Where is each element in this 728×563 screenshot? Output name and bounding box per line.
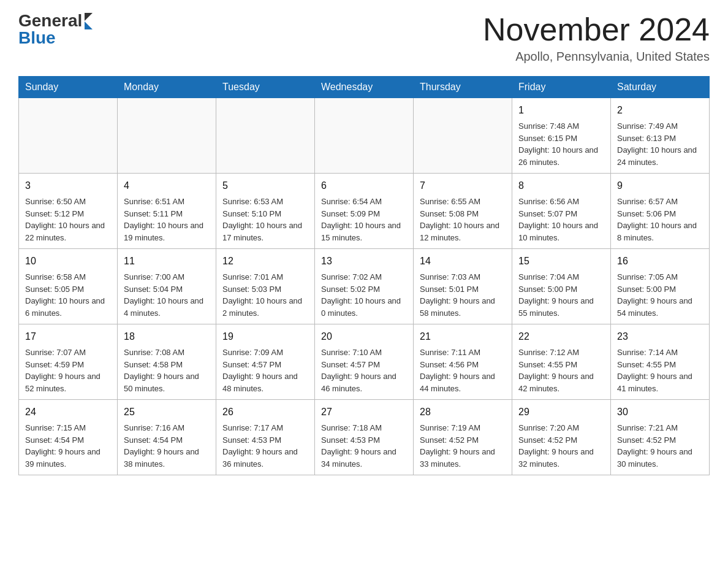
calendar-week-row: 10Sunrise: 6:58 AM Sunset: 5:05 PM Dayli… [19,249,710,324]
day-info: Sunrise: 7:15 AM Sunset: 4:54 PM Dayligh… [25,423,100,469]
calendar-cell: 12Sunrise: 7:01 AM Sunset: 5:03 PM Dayli… [216,249,315,324]
day-info: Sunrise: 6:57 AM Sunset: 5:06 PM Dayligh… [617,197,697,242]
day-info: Sunrise: 7:21 AM Sunset: 4:52 PM Dayligh… [617,423,692,469]
calendar-cell: 15Sunrise: 7:04 AM Sunset: 5:00 PM Dayli… [512,249,611,324]
calendar-cell: 24Sunrise: 7:15 AM Sunset: 4:54 PM Dayli… [19,400,118,475]
day-info: Sunrise: 7:11 AM Sunset: 4:56 PM Dayligh… [420,348,495,393]
location-text: Apollo, Pennsylvania, United States [483,50,710,64]
calendar-table: SundayMondayTuesdayWednesdayThursdayFrid… [18,76,710,475]
day-number: 12 [222,254,308,269]
calendar-week-row: 3Sunrise: 6:50 AM Sunset: 5:12 PM Daylig… [19,174,710,249]
day-info: Sunrise: 7:08 AM Sunset: 4:58 PM Dayligh… [124,348,199,393]
day-info: Sunrise: 6:56 AM Sunset: 5:07 PM Dayligh… [518,197,598,242]
day-info: Sunrise: 7:07 AM Sunset: 4:59 PM Dayligh… [25,348,100,393]
day-number: 2 [617,103,703,118]
day-info: Sunrise: 6:55 AM Sunset: 5:08 PM Dayligh… [420,197,499,242]
calendar-cell: 3Sunrise: 6:50 AM Sunset: 5:12 PM Daylig… [19,174,118,249]
day-number: 8 [518,178,604,193]
day-number: 7 [420,178,506,193]
day-info: Sunrise: 7:19 AM Sunset: 4:52 PM Dayligh… [420,423,495,469]
calendar-cell: 17Sunrise: 7:07 AM Sunset: 4:59 PM Dayli… [19,324,118,400]
title-section: November 2024 Apollo, Pennsylvania, Unit… [483,12,710,64]
logo-general-text: General [18,12,82,29]
day-of-week-header: Friday [512,77,611,98]
day-info: Sunrise: 7:00 AM Sunset: 5:04 PM Dayligh… [124,272,203,318]
day-number: 21 [420,329,506,344]
calendar-cell: 18Sunrise: 7:08 AM Sunset: 4:58 PM Dayli… [118,324,216,400]
logo: General Blue [18,12,93,47]
day-info: Sunrise: 7:20 AM Sunset: 4:52 PM Dayligh… [518,423,594,469]
calendar-cell [414,98,512,174]
calendar-header-row: SundayMondayTuesdayWednesdayThursdayFrid… [19,77,710,98]
day-of-week-header: Wednesday [315,77,414,98]
day-number: 25 [124,405,210,419]
day-of-week-header: Sunday [19,77,118,98]
calendar-cell: 14Sunrise: 7:03 AM Sunset: 5:01 PM Dayli… [414,249,512,324]
day-number: 11 [124,254,210,269]
calendar-cell [19,98,118,174]
day-info: Sunrise: 7:03 AM Sunset: 5:01 PM Dayligh… [420,272,495,318]
day-info: Sunrise: 6:50 AM Sunset: 5:12 PM Dayligh… [25,197,105,242]
day-info: Sunrise: 7:14 AM Sunset: 4:55 PM Dayligh… [617,348,692,393]
day-info: Sunrise: 6:53 AM Sunset: 5:10 PM Dayligh… [222,197,302,242]
day-number: 30 [617,405,703,419]
day-info: Sunrise: 7:18 AM Sunset: 4:53 PM Dayligh… [321,423,396,469]
day-number: 17 [25,329,111,344]
day-number: 28 [420,405,506,419]
calendar-week-row: 1Sunrise: 7:48 AM Sunset: 6:15 PM Daylig… [19,98,710,174]
day-number: 24 [25,405,111,419]
calendar-cell: 10Sunrise: 6:58 AM Sunset: 5:05 PM Dayli… [19,249,118,324]
day-info: Sunrise: 7:10 AM Sunset: 4:57 PM Dayligh… [321,348,396,393]
day-info: Sunrise: 6:58 AM Sunset: 5:05 PM Dayligh… [25,272,105,318]
day-info: Sunrise: 7:02 AM Sunset: 5:02 PM Dayligh… [321,272,401,318]
calendar-cell: 6Sunrise: 6:54 AM Sunset: 5:09 PM Daylig… [315,174,414,249]
day-info: Sunrise: 7:49 AM Sunset: 6:13 PM Dayligh… [617,121,697,167]
day-number: 23 [617,329,703,344]
day-number: 22 [518,329,604,344]
day-number: 1 [518,103,604,118]
calendar-cell [216,98,315,174]
day-info: Sunrise: 7:05 AM Sunset: 5:00 PM Dayligh… [617,272,692,318]
day-info: Sunrise: 7:48 AM Sunset: 6:15 PM Dayligh… [518,121,598,167]
calendar-cell: 27Sunrise: 7:18 AM Sunset: 4:53 PM Dayli… [315,400,414,475]
day-info: Sunrise: 7:01 AM Sunset: 5:03 PM Dayligh… [222,272,302,318]
calendar-cell: 30Sunrise: 7:21 AM Sunset: 4:52 PM Dayli… [611,400,710,475]
day-info: Sunrise: 7:04 AM Sunset: 5:00 PM Dayligh… [518,272,594,318]
day-number: 16 [617,254,703,269]
day-of-week-header: Saturday [611,77,710,98]
day-info: Sunrise: 6:54 AM Sunset: 5:09 PM Dayligh… [321,197,401,242]
calendar-cell [315,98,414,174]
calendar-cell: 5Sunrise: 6:53 AM Sunset: 5:10 PM Daylig… [216,174,315,249]
calendar-cell: 9Sunrise: 6:57 AM Sunset: 5:06 PM Daylig… [611,174,710,249]
day-number: 9 [617,178,703,193]
calendar-cell [118,98,216,174]
calendar-cell: 23Sunrise: 7:14 AM Sunset: 4:55 PM Dayli… [611,324,710,400]
day-of-week-header: Tuesday [216,77,315,98]
day-number: 3 [25,178,111,193]
calendar-cell: 4Sunrise: 6:51 AM Sunset: 5:11 PM Daylig… [118,174,216,249]
day-number: 18 [124,329,210,344]
day-info: Sunrise: 7:12 AM Sunset: 4:55 PM Dayligh… [518,348,594,393]
day-number: 5 [222,178,308,193]
page-header: General Blue November 2024 Apollo, Penns… [18,12,710,64]
calendar-week-row: 24Sunrise: 7:15 AM Sunset: 4:54 PM Dayli… [19,400,710,475]
day-number: 13 [321,254,407,269]
day-of-week-header: Monday [118,77,216,98]
day-number: 10 [25,254,111,269]
month-title: November 2024 [483,12,710,47]
calendar-week-row: 17Sunrise: 7:07 AM Sunset: 4:59 PM Dayli… [19,324,710,400]
calendar-cell: 20Sunrise: 7:10 AM Sunset: 4:57 PM Dayli… [315,324,414,400]
day-number: 4 [124,178,210,193]
calendar-cell: 16Sunrise: 7:05 AM Sunset: 5:00 PM Dayli… [611,249,710,324]
calendar-cell: 22Sunrise: 7:12 AM Sunset: 4:55 PM Dayli… [512,324,611,400]
day-info: Sunrise: 7:16 AM Sunset: 4:54 PM Dayligh… [124,423,199,469]
calendar-cell: 25Sunrise: 7:16 AM Sunset: 4:54 PM Dayli… [118,400,216,475]
calendar-cell: 19Sunrise: 7:09 AM Sunset: 4:57 PM Dayli… [216,324,315,400]
day-info: Sunrise: 7:09 AM Sunset: 4:57 PM Dayligh… [222,348,298,393]
day-number: 29 [518,405,604,419]
day-number: 6 [321,178,407,193]
day-number: 15 [518,254,604,269]
calendar-cell: 26Sunrise: 7:17 AM Sunset: 4:53 PM Dayli… [216,400,315,475]
calendar-cell: 2Sunrise: 7:49 AM Sunset: 6:13 PM Daylig… [611,98,710,174]
day-number: 14 [420,254,506,269]
